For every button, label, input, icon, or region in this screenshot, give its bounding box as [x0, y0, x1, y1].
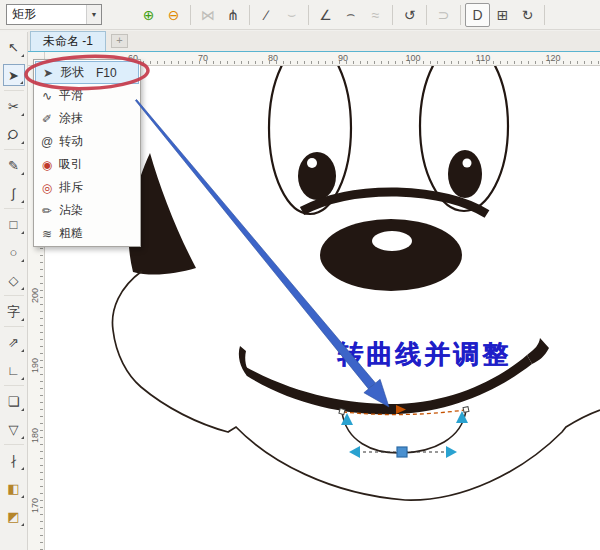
menu-icon-cell: ≋	[35, 227, 59, 241]
selected-bottom-node[interactable]	[397, 447, 407, 457]
hruler-label: 70	[198, 53, 208, 63]
convert-to-line-button[interactable]: ∕	[254, 3, 279, 27]
toolbox-polygon-tool[interactable]: ◇	[3, 269, 25, 291]
toolbox-crop-tool[interactable]: ✂	[3, 95, 25, 117]
nose-highlight	[372, 231, 412, 251]
nose	[320, 219, 462, 291]
fill-tool-icon: ◧	[7, 482, 19, 495]
toolbox-interactive-fill-tool[interactable]: ◩	[3, 505, 25, 527]
smooth-brush-icon: ∿	[42, 89, 52, 103]
chevron-down-icon[interactable]: ▼	[86, 5, 101, 24]
attract-icon: ◉	[42, 158, 52, 172]
eyedropper-tool-icon: ∤	[10, 454, 17, 467]
delete-node-button[interactable]: ⊖	[161, 3, 186, 27]
select-all-nodes-icon: ⊞	[497, 7, 509, 23]
toolbox-separator	[4, 444, 24, 445]
vruler-label: 200	[30, 289, 40, 303]
dimension-tool-icon: ⇗	[8, 336, 19, 349]
toolbox-ellipse-tool[interactable]: ○	[3, 241, 25, 263]
menu-item-label: 沾染	[59, 202, 83, 219]
vruler-label: 170	[30, 499, 40, 513]
right-pupil-highlight	[463, 159, 472, 168]
hruler-label: 90	[338, 53, 348, 63]
preset-shape-dropdown[interactable]: 矩形 ▼	[6, 4, 102, 25]
toolbox-connector-tool[interactable]: ∟	[3, 359, 25, 381]
select-all-nodes-button[interactable]: ⊞	[490, 3, 515, 27]
menu-item-平滑[interactable]: ∿平滑	[35, 84, 139, 107]
roughen-icon: ≋	[42, 227, 52, 241]
toolbox-separator	[4, 208, 24, 209]
toolbox-transparency-tool[interactable]: ▽	[3, 418, 25, 440]
menu-icon-cell: @	[35, 135, 59, 149]
extend-close-icon: ⊃	[438, 7, 450, 23]
toolbox-color-eyedropper-tool[interactable]: ∤	[3, 449, 25, 471]
rotate-skew-icon: ↻	[522, 7, 534, 23]
toolbox-rectangle-tool[interactable]: □	[3, 213, 25, 235]
document-tab-bar: 未命名 -1 +	[28, 31, 600, 52]
delete-node-icon: ⊖	[168, 7, 180, 23]
symmetric-node-icon: ≈	[372, 7, 380, 23]
bottom-left-arrow[interactable]	[349, 446, 360, 458]
annotation-text: 转曲线并调整	[337, 337, 511, 372]
menu-item-涂抹[interactable]: ✐涂抹	[35, 107, 139, 130]
menu-item-label: 平滑	[59, 87, 83, 104]
toolbox-separator	[4, 90, 24, 91]
add-node-button[interactable]: ⊕	[136, 3, 161, 27]
toolbox-artistic-media-tool[interactable]: ∫	[3, 182, 25, 204]
menu-item-形状[interactable]: ➤形状F10	[35, 61, 139, 84]
preset-shape-value: 矩形	[7, 6, 86, 23]
bottom-right-arrow[interactable]	[446, 446, 457, 458]
toolbox-separator	[4, 326, 24, 327]
toolbox-dimension-tool[interactable]: ⇗	[3, 331, 25, 353]
menu-item-label: 排斥	[59, 179, 83, 196]
menu-item-label: 涂抹	[59, 110, 83, 127]
smooth-node-button[interactable]: ⌢	[338, 3, 363, 27]
toolbox-freehand-tool[interactable]: ✎	[3, 154, 25, 176]
rotate-skew-nodes-button[interactable]: ↻	[515, 3, 540, 27]
left-corner-node[interactable]	[339, 408, 345, 414]
toolbox-text-tool[interactable]: 字	[3, 300, 25, 322]
toolbox-fill-tool[interactable]: ◧	[3, 477, 25, 499]
smear-icon: ✐	[42, 112, 52, 126]
right-corner-node[interactable]	[463, 407, 469, 413]
menu-item-沾染[interactable]: ✏沾染	[35, 199, 139, 222]
convert-to-curve-button: ⌣	[279, 3, 304, 27]
property-bar: 矩形 ▼ ⊕⊖⋈⋔∕⌣∠⌢≈↺⊃D⊞↻	[0, 0, 600, 30]
menu-icon-cell: ➤	[36, 66, 60, 80]
document-tab[interactable]: 未命名 -1	[30, 31, 106, 51]
node-edit-button-group: ⊕⊖⋈⋔∕⌣∠⌢≈↺⊃D⊞↻	[136, 3, 549, 27]
toolbox-separator	[4, 149, 24, 150]
toolbar-separator	[249, 5, 250, 25]
hruler-label: 120	[545, 53, 560, 63]
zoom-tool-icon: Ϙ	[5, 126, 21, 142]
join-nodes-button: ⋈	[195, 3, 220, 27]
join-nodes-icon: ⋈	[201, 7, 215, 23]
smudge-icon: ✏	[42, 204, 52, 218]
crop-tool-icon: ✂	[8, 100, 19, 113]
menu-item-排斥[interactable]: ◎排斥	[35, 176, 139, 199]
menu-item-吸引[interactable]: ◉吸引	[35, 153, 139, 176]
reverse-direction-button[interactable]: ↺	[397, 3, 422, 27]
toolbox-zoom-tool[interactable]: Ϙ	[3, 123, 25, 145]
menu-item-转动[interactable]: @转动	[35, 130, 139, 153]
toolbar-separator	[190, 5, 191, 25]
cusp-node-button[interactable]: ∠	[313, 3, 338, 27]
artistic-media-icon: ∫	[12, 187, 16, 200]
left-pupil-highlight	[307, 158, 317, 168]
smile-left-hook	[239, 346, 250, 376]
close-curve-button[interactable]: D	[465, 3, 490, 27]
rectangle-tool-icon: □	[10, 218, 18, 231]
new-tab-button[interactable]: +	[111, 34, 128, 48]
menu-item-label: 转动	[59, 133, 83, 150]
toolbox-pick-tool[interactable]: ↖	[3, 36, 25, 58]
toolbox-shape-tool[interactable]: ➤	[3, 64, 25, 86]
menu-item-粗糙[interactable]: ≋粗糙	[35, 222, 139, 245]
left-pupil	[298, 152, 336, 200]
smile-right-hook	[527, 338, 549, 364]
toolbox-drop-shadow-tool[interactable]: ❏	[3, 390, 25, 412]
break-curve-button[interactable]: ⋔	[220, 3, 245, 27]
break-curve-icon: ⋔	[227, 7, 239, 23]
shape-tool-icon: ➤	[43, 66, 53, 80]
pick-tool-icon: ↖	[8, 41, 19, 54]
toolbar-separator	[392, 5, 393, 25]
